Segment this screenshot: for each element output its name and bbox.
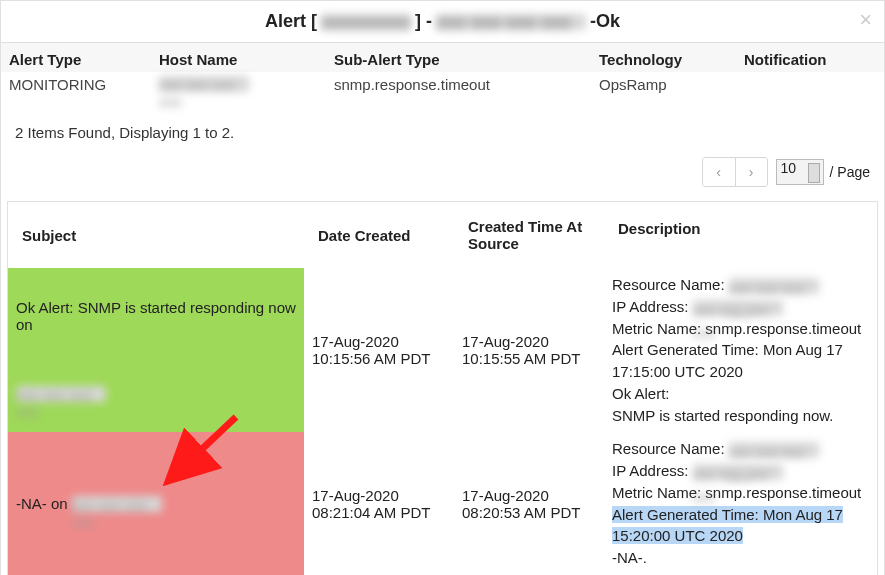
value-technology: OpsRamp [599, 76, 744, 110]
pager-row: ‹ › 10 / Page [1, 147, 884, 197]
modal-title: Alert [ 000000000 ] - 000 000 000 000 -O… [265, 11, 620, 32]
pager-buttons: ‹ › [702, 157, 768, 187]
value-host-name: xxx xxx xxx xxx [159, 76, 334, 110]
table-row: Ok Alert: SNMP is started responding now… [8, 268, 877, 432]
desc-ip-redacted: xxx xxx xxx xxx [693, 464, 783, 480]
title-mid: ] - [415, 11, 432, 32]
subject-redacted: xxx xxx xxx xxx [72, 496, 162, 512]
host-name-redacted: xxx xxx xxx xxx [159, 76, 249, 92]
title-prefix: Alert [ [265, 11, 317, 32]
desc-ok-alert: Ok Alert: [612, 383, 869, 405]
desc-resource: Resource Name: xxx xxx xxx xxx [612, 274, 869, 296]
value-alert-type: MONITORING [9, 76, 159, 110]
col-date-created: Date Created [310, 212, 460, 258]
desc-ip: IP Address: xxx xxx xxx xxx [612, 460, 869, 482]
subject-text: -NA- on [16, 495, 68, 512]
alerts-grid: Subject Date Created Created Time At Sou… [7, 201, 878, 575]
subject-text: Ok Alert: SNMP is started responding now… [16, 299, 296, 333]
desc-metric: Metric Name: snmp.response.timeout [612, 482, 869, 504]
alert-modal: Alert [ 000000000 ] - 000 000 000 000 -O… [0, 0, 885, 575]
close-icon[interactable]: × [859, 9, 872, 31]
cell-created-at-source: 17-Aug-2020 10:15:55 AM PDT [454, 268, 604, 432]
cell-description: Resource Name: xxx xxx xxx xxx IP Addres… [604, 268, 877, 432]
label-sub-alert-type: Sub-Alert Type [334, 51, 599, 68]
page-size-value: 10 [781, 160, 797, 176]
desc-snmp: SNMP is started responding now. [612, 405, 869, 427]
value-sub-alert-type: snmp.response.timeout [334, 76, 599, 110]
desc-ip: IP Address: xxx xxx xxx xxx [612, 296, 869, 318]
items-summary: 2 Items Found, Displaying 1 to 2. [1, 118, 884, 147]
value-notification [744, 76, 876, 110]
desc-ip-label: IP Address: [612, 298, 688, 315]
page-size-control: 10 / Page [776, 159, 870, 185]
label-host-name: Host Name [159, 51, 334, 68]
cell-subject: Ok Alert: SNMP is started responding now… [8, 268, 304, 432]
desc-ip-redacted: xxx xxx xxx xxx [693, 300, 783, 316]
table-row: -NA- on xxx xxx xxx xxx 17-Aug-2020 08:2… [8, 432, 877, 575]
title-redacted-host: 000 000 000 000 [436, 14, 586, 30]
grid-header-row: Subject Date Created Created Time At Sou… [8, 202, 877, 268]
desc-gen-time-highlight: Alert Generated Time: Mon Aug 17 15:20:0… [612, 506, 843, 545]
cell-description: Resource Name: xxx xxx xxx xxx IP Addres… [604, 432, 877, 575]
info-value-row: MONITORING xxx xxx xxx xxx snmp.response… [1, 72, 884, 118]
label-notification: Notification [744, 51, 876, 68]
desc-na: -NA-. [612, 547, 869, 569]
col-created-at-source: Created Time At Source [460, 212, 610, 258]
col-subject: Subject [14, 212, 310, 258]
cell-date-created: 17-Aug-2020 08:21:04 AM PDT [304, 432, 454, 575]
label-technology: Technology [599, 51, 744, 68]
per-page-label: / Page [830, 164, 870, 180]
desc-metric: Metric Name: snmp.response.timeout [612, 318, 869, 340]
desc-resource-redacted: xxx xxx xxx xxx [729, 278, 819, 294]
pager-next-button[interactable]: › [735, 158, 767, 186]
col-description: Description [610, 212, 871, 258]
label-alert-type: Alert Type [9, 51, 159, 68]
desc-gen-time: Alert Generated Time: Mon Aug 17 17:15:0… [612, 339, 869, 383]
desc-resource-label: Resource Name: [612, 440, 725, 457]
cell-created-at-source: 17-Aug-2020 08:20:53 AM PDT [454, 432, 604, 575]
title-suffix: -Ok [590, 11, 620, 32]
cell-subject: -NA- on xxx xxx xxx xxx [8, 432, 304, 575]
desc-resource-label: Resource Name: [612, 276, 725, 293]
pager-prev-button[interactable]: ‹ [703, 158, 735, 186]
subject-redacted: xxx xxx xxx xxx [16, 386, 106, 402]
cell-date-created: 17-Aug-2020 10:15:56 AM PDT [304, 268, 454, 432]
info-header-row: Alert Type Host Name Sub-Alert Type Tech… [1, 43, 884, 72]
desc-resource: Resource Name: xxx xxx xxx xxx [612, 438, 869, 460]
desc-ip-label: IP Address: [612, 462, 688, 479]
title-redacted-id: 000000000 [321, 14, 411, 30]
page-size-select[interactable]: 10 [776, 159, 824, 185]
desc-resource-redacted: xxx xxx xxx xxx [729, 442, 819, 458]
modal-header: Alert [ 000000000 ] - 000 000 000 000 -O… [1, 1, 884, 43]
desc-gen-time: Alert Generated Time: Mon Aug 17 15:20:0… [612, 504, 869, 548]
